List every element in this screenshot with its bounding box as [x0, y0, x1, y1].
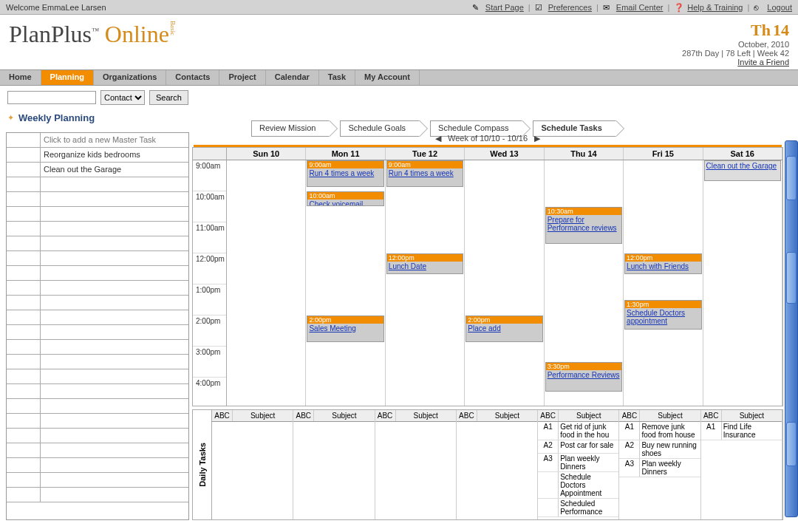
master-task-row[interactable] — [7, 310, 188, 325]
help-link[interactable]: Help & Training — [687, 3, 743, 12]
search-input[interactable] — [7, 91, 96, 104]
master-task-row[interactable]: Reorganize kids bedrooms — [7, 148, 188, 163]
email-center-link[interactable]: Email Center — [616, 3, 664, 12]
event[interactable]: 12:00pmLunch with Friends — [624, 253, 701, 274]
event[interactable]: 9:00amRun 4 times a week — [307, 160, 383, 187]
master-task-row[interactable] — [7, 355, 188, 369]
dt-text: Plan weekly Dinners — [559, 454, 618, 471]
dt-subj-header: Subject — [559, 410, 618, 421]
event[interactable]: 1:30pmSchedule Doctors appointment — [624, 300, 701, 330]
dt-mon[interactable]: ABCSubject — [293, 410, 375, 519]
event-time: 10:00am — [307, 192, 383, 200]
tab-organizations[interactable]: Organizations — [94, 70, 166, 85]
day-mon[interactable]: 9:00amRun 4 times a week 10:00amCheck vo… — [306, 160, 385, 406]
daily-tasks-label: Daily Tasks — [193, 410, 212, 519]
tab-home[interactable]: Home — [0, 70, 41, 85]
dt-wed[interactable]: ABCSubject — [457, 410, 538, 519]
scroll-thumb[interactable] — [786, 422, 797, 466]
start-page-link[interactable]: Start Page — [485, 3, 524, 12]
dt-tue[interactable]: ABCSubject — [375, 410, 457, 519]
preferences-link[interactable]: Preferences — [548, 3, 592, 12]
event-title: Performance Reviews — [546, 370, 621, 380]
master-task-row[interactable] — [7, 192, 188, 207]
event[interactable]: 10:30amPrepare for Performance reviews — [545, 207, 622, 244]
master-task-row[interactable] — [7, 266, 188, 281]
dt-row[interactable]: A1Get rid of junk food in the hou — [538, 422, 618, 440]
dt-row[interactable]: A3Plan weekly Dinners — [538, 454, 618, 472]
daily-tasks-cols: ABCSubject ABCSubject ABCSubject ABCSubj… — [212, 410, 782, 519]
day-sat[interactable]: Clean out the Garage — [703, 160, 782, 406]
master-task-row[interactable] — [7, 177, 188, 192]
event-allday[interactable]: Clean out the Garage — [704, 160, 781, 181]
search-button[interactable]: Search — [149, 90, 188, 105]
tab-contacts[interactable]: Contacts — [166, 70, 219, 85]
dt-abc-header: ABC — [375, 410, 396, 421]
master-task-row[interactable] — [7, 369, 188, 384]
dt-row[interactable]: A1Find Life Insurance — [701, 422, 782, 440]
master-task-row[interactable] — [7, 296, 188, 310]
event-time: 9:00am — [307, 161, 383, 168]
event[interactable]: 2:00pmPlace add — [466, 316, 542, 342]
dt-row[interactable]: Schedule Doctors Appointment — [538, 472, 618, 499]
master-task-row[interactable] — [7, 340, 188, 355]
master-task-row[interactable] — [7, 207, 188, 222]
tab-task[interactable]: Task — [319, 70, 355, 85]
dt-row[interactable]: A3Plan weekly Dinners — [619, 459, 700, 477]
dt-row[interactable]: A2Post car for sale — [538, 440, 618, 454]
event[interactable]: 12:00pmLunch Date — [386, 253, 463, 274]
scrollbar-vertical[interactable] — [785, 140, 798, 517]
dt-fri[interactable]: ABCSubject A1Remove junk food from house… — [619, 410, 700, 519]
tab-project[interactable]: Project — [219, 70, 265, 85]
day-thu[interactable]: 10:30amPrepare for Performance reviews 3… — [545, 160, 624, 406]
event-time: 9:00am — [387, 161, 463, 168]
day-sun[interactable] — [227, 160, 306, 406]
master-task-row[interactable] — [7, 236, 188, 251]
logout-link[interactable]: Logout — [767, 3, 792, 12]
logo-online: Online — [105, 21, 169, 47]
day-tue[interactable]: 9:00amRun 4 times a week 12:00pmLunch Da… — [386, 160, 465, 406]
master-task-row[interactable] — [7, 473, 188, 488]
master-task-row[interactable] — [7, 325, 188, 340]
master-task-row[interactable] — [7, 488, 188, 502]
time-label: 12:00pm — [193, 253, 226, 284]
tab-planning[interactable]: Planning — [41, 70, 94, 85]
master-task-row[interactable] — [7, 251, 188, 266]
master-task-text: Clean out the Garage — [41, 163, 188, 177]
event-title: Check voicemail — [307, 200, 383, 206]
master-task-row[interactable] — [7, 429, 188, 443]
master-task-row[interactable] — [7, 443, 188, 458]
tab-calendar[interactable]: Calendar — [266, 70, 319, 85]
dt-abc-header: ABC — [701, 410, 722, 421]
invite-friend-link[interactable]: Invite a Friend — [682, 58, 789, 66]
master-task-add[interactable]: Click to add a new Master Task — [7, 133, 188, 148]
master-task-row[interactable] — [7, 222, 188, 236]
dt-sat[interactable]: ABCSubject A1Find Life Insurance — [701, 410, 782, 519]
prev-week-button[interactable]: ◀ — [431, 134, 446, 143]
dt-sun[interactable]: ABCSubject — [212, 410, 293, 519]
calendar-body[interactable]: 9:00am 10:00am 11:00am 12:00pm 1:00pm 2:… — [193, 160, 782, 406]
next-week-button[interactable]: ▶ — [530, 134, 545, 143]
day-fri[interactable]: 12:00pmLunch with Friends 1:30pmSchedule… — [624, 160, 703, 406]
event[interactable]: 10:00amCheck voicemail — [307, 191, 383, 206]
scroll-thumb[interactable] — [786, 252, 797, 304]
day-wed[interactable]: 2:00pmPlace add — [465, 160, 544, 406]
event[interactable]: 2:00pmSales Meeting — [307, 316, 383, 342]
master-task-row[interactable] — [7, 399, 188, 414]
master-task-row[interactable]: Clean out the Garage — [7, 163, 188, 177]
event[interactable]: 9:00amRun 4 times a week — [386, 160, 463, 187]
event[interactable]: 3:30pmPerformance Reviews — [545, 362, 622, 392]
scroll-thumb[interactable] — [786, 156, 797, 200]
search-type-select[interactable]: Contact — [100, 90, 145, 105]
tab-my-account[interactable]: My Account — [355, 70, 420, 85]
master-task-row[interactable] — [7, 384, 188, 399]
dt-thu[interactable]: ABCSubject A1Get rid of junk food in the… — [538, 410, 619, 519]
logo-main: PlanPlus — [9, 21, 92, 47]
master-task-row[interactable] — [7, 458, 188, 473]
dt-row[interactable]: A2Buy new running shoes — [619, 440, 700, 459]
dt-row[interactable]: A1Remove junk food from house — [619, 422, 700, 440]
dt-priority: A1 — [538, 422, 559, 440]
master-task-row[interactable] — [7, 281, 188, 296]
dt-row[interactable]: Scheduled Performance — [538, 499, 618, 517]
wand-icon: ✎ — [472, 3, 481, 12]
master-task-row[interactable] — [7, 414, 188, 429]
